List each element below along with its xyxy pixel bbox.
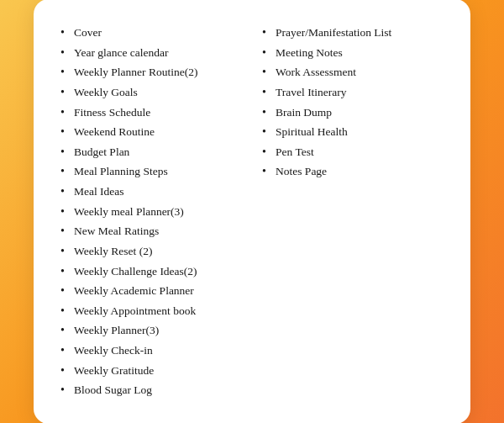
list-item: New Meal Ratings [60, 221, 242, 241]
list-item: Weekly Appointment book [60, 301, 242, 321]
list-item: Weekly Challenge Ideas(2) [60, 262, 242, 282]
list-item: Meal Planning Steps [60, 161, 242, 182]
list-item: Fitness Schedule [60, 103, 242, 123]
list-item: Weekly Gratitude [60, 361, 242, 381]
right-column: Prayer/Manifestation ListMeeting NotesWo… [262, 23, 444, 400]
list-item: Notes Page [262, 161, 444, 182]
list-item: Budget Plan [60, 142, 242, 162]
list-item: Weekly Reset (2) [60, 241, 242, 262]
list-item: Weekly Goals [60, 82, 242, 103]
list-item: Weekend Routine [60, 122, 242, 142]
list-item: Prayer/Manifestation List [262, 23, 444, 43]
list-item: Weekly Planner Routine(2) [60, 62, 242, 82]
list-item: Work Assessment [262, 62, 444, 82]
list-item: Weekly Check-in [60, 341, 242, 361]
left-list: CoverYear glance calendarWeekly Planner … [60, 23, 242, 400]
list-item: Travel Itinerary [262, 82, 444, 103]
list-item: Weekly meal Planner(3) [60, 202, 242, 222]
right-list: Prayer/Manifestation ListMeeting NotesWo… [262, 23, 444, 182]
list-item: Spiritual Health [262, 122, 444, 142]
list-item: Meal Ideas [60, 182, 242, 202]
content-card: CoverYear glance calendarWeekly Planner … [34, 0, 470, 423]
list-item: Brain Dump [262, 103, 444, 123]
lists-container: CoverYear glance calendarWeekly Planner … [60, 23, 444, 400]
list-item: Weekly Planner(3) [60, 320, 242, 341]
list-item: Blood Sugar Log [60, 380, 242, 400]
list-item: Weekly Academic Planner [60, 281, 242, 301]
list-item: Meeting Notes [262, 43, 444, 63]
list-item: Year glance calendar [60, 43, 242, 63]
list-item: Cover [60, 23, 242, 43]
left-column: CoverYear glance calendarWeekly Planner … [60, 23, 242, 400]
list-item: Pen Test [262, 142, 444, 162]
